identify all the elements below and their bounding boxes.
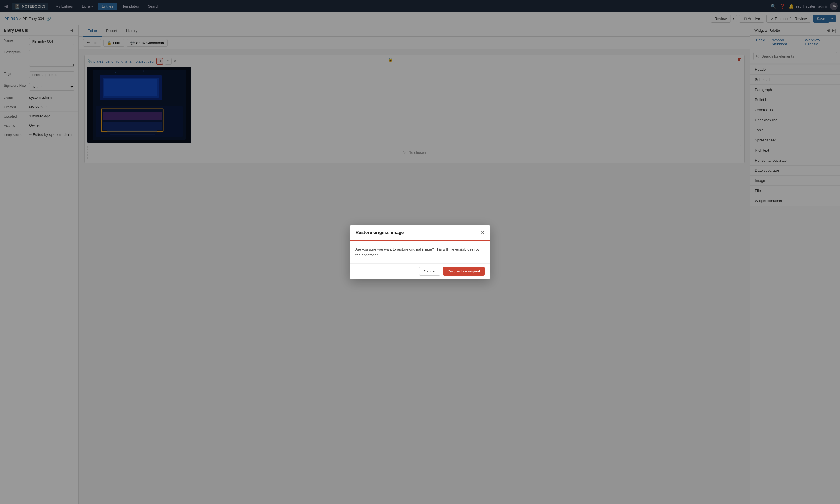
modal-body: Are you sure you want to restore origina… xyxy=(350,241,490,263)
modal-title: Restore original image xyxy=(355,230,404,235)
restore-image-modal: Restore original image ✕ Are you sure yo… xyxy=(350,225,490,279)
modal-body-text: Are you sure you want to restore origina… xyxy=(355,247,480,257)
modal-overlay: Restore original image ✕ Are you sure yo… xyxy=(0,0,840,504)
modal-confirm-button[interactable]: Yes, restore original xyxy=(443,267,485,275)
modal-close-button[interactable]: ✕ xyxy=(480,230,485,236)
modal-footer: Cancel Yes, restore original xyxy=(350,263,490,279)
modal-header: Restore original image ✕ xyxy=(350,225,490,241)
modal-cancel-button[interactable]: Cancel xyxy=(419,267,440,275)
